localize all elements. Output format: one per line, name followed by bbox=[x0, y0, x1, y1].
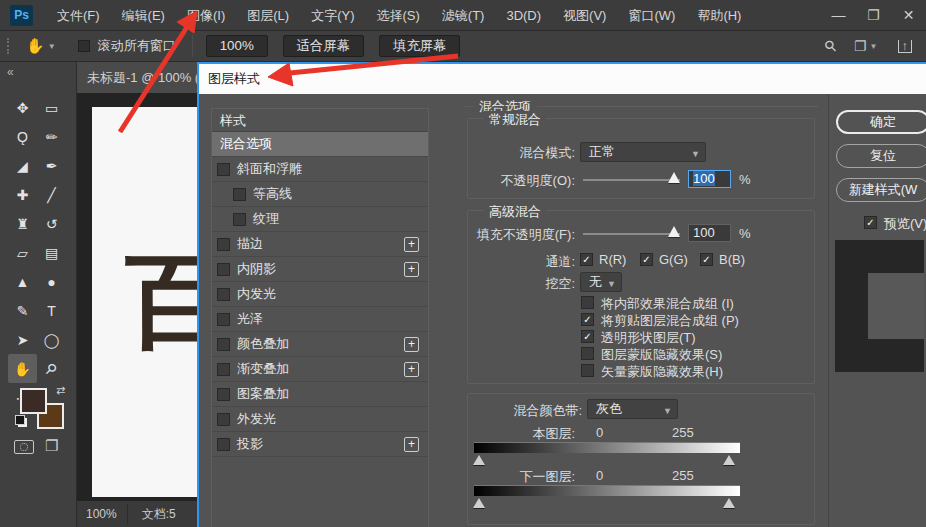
style-item-texture[interactable]: 纹理 bbox=[212, 207, 428, 232]
eraser-tool[interactable]: ▱ bbox=[8, 238, 37, 267]
style-checkbox[interactable] bbox=[217, 438, 230, 451]
workspace-icon[interactable]: ❐ bbox=[854, 38, 867, 54]
marquee-tool[interactable]: ▭ bbox=[37, 93, 66, 122]
style-checkbox[interactable] bbox=[217, 338, 230, 351]
add-effect-icon[interactable]: + bbox=[404, 437, 419, 452]
next-layer-gradient[interactable] bbox=[474, 485, 740, 496]
dodge-tool[interactable]: ● bbox=[37, 267, 66, 296]
style-item-outer-glow[interactable]: 外发光 bbox=[212, 407, 428, 432]
ok-button[interactable]: 确定 bbox=[836, 110, 926, 134]
opacity-field[interactable]: 100 bbox=[688, 170, 731, 188]
zoom-tool[interactable]: ⚲ bbox=[31, 348, 72, 389]
document-tab[interactable]: 未标题-1 @ 100% ( bbox=[77, 62, 197, 93]
opacity-slider[interactable] bbox=[583, 179, 680, 181]
chevron-down-icon[interactable]: ▼ bbox=[48, 42, 56, 51]
default-colors-icon[interactable] bbox=[18, 418, 27, 427]
menu-filter[interactable]: 滤镜(T) bbox=[431, 0, 496, 31]
menu-edit[interactable]: 编辑(E) bbox=[111, 0, 176, 31]
vector-mask-hides-checkbox[interactable] bbox=[581, 364, 594, 377]
style-checkbox[interactable] bbox=[217, 313, 230, 326]
style-checkbox[interactable] bbox=[217, 238, 230, 251]
transparency-shapes-checkbox[interactable]: ✓ bbox=[581, 330, 594, 343]
style-item-satin[interactable]: 光泽 bbox=[212, 307, 428, 332]
this-layer-black-thumb[interactable] bbox=[473, 455, 485, 465]
style-item-bevel-emboss[interactable]: 斜面和浮雕 bbox=[212, 157, 428, 182]
style-checkbox[interactable] bbox=[233, 213, 246, 226]
foreground-color-swatch[interactable] bbox=[20, 388, 47, 414]
workspace-chevron-icon[interactable]: ▼ bbox=[870, 42, 878, 51]
menu-3d[interactable]: 3D(D) bbox=[495, 0, 552, 31]
channel-r-checkbox[interactable]: ✓ bbox=[580, 253, 593, 266]
style-checkbox[interactable] bbox=[217, 363, 230, 376]
menu-image[interactable]: 图像(I) bbox=[176, 0, 236, 31]
this-layer-white-thumb[interactable] bbox=[723, 455, 735, 465]
channel-g-checkbox[interactable]: ✓ bbox=[640, 253, 653, 266]
minimize-icon[interactable]: — bbox=[821, 0, 856, 31]
quick-select-tool[interactable]: ✏ bbox=[37, 122, 66, 151]
path-select-tool[interactable]: ➤ bbox=[8, 325, 37, 354]
scroll-all-windows-checkbox[interactable] bbox=[78, 40, 90, 52]
menu-type[interactable]: 文字(Y) bbox=[300, 0, 365, 31]
menu-window[interactable]: 窗口(W) bbox=[617, 0, 686, 31]
add-effect-icon[interactable]: + bbox=[404, 262, 419, 277]
search-icon[interactable]: ⚲ bbox=[820, 36, 841, 57]
canvas[interactable]: 百 bbox=[92, 107, 197, 497]
close-icon[interactable]: ✕ bbox=[891, 0, 926, 31]
fill-opacity-field[interactable]: 100 bbox=[688, 224, 731, 242]
share-icon[interactable]: ↑ bbox=[898, 40, 913, 53]
menu-file[interactable]: 文件(F) bbox=[46, 0, 111, 31]
crop-tool[interactable]: ◢ bbox=[8, 151, 37, 180]
opacity-slider-thumb[interactable] bbox=[668, 172, 680, 183]
dialog-title[interactable]: 图层样式 bbox=[199, 64, 926, 94]
this-layer-gradient[interactable] bbox=[474, 442, 740, 453]
next-layer-white-thumb[interactable] bbox=[723, 498, 735, 508]
fill-opacity-slider[interactable] bbox=[583, 233, 680, 235]
pen-tool[interactable]: ✎ bbox=[8, 296, 37, 325]
knockout-select[interactable]: 无 ▼ bbox=[580, 272, 622, 292]
menu-view[interactable]: 视图(V) bbox=[552, 0, 617, 31]
screen-mode-icon[interactable]: ❐ bbox=[45, 437, 58, 455]
menu-select[interactable]: 选择(S) bbox=[365, 0, 430, 31]
blend-clipped-checkbox[interactable]: ✓ bbox=[581, 313, 594, 326]
preview-checkbox[interactable]: ✓ bbox=[864, 216, 877, 229]
zoom-100-button[interactable]: 100% bbox=[206, 35, 268, 57]
style-checkbox[interactable] bbox=[233, 188, 246, 201]
eyedropper-tool[interactable]: ✒ bbox=[37, 151, 66, 180]
style-item-color-overlay[interactable]: 颜色叠加 + bbox=[212, 332, 428, 357]
brush-tool[interactable]: ╱ bbox=[37, 180, 66, 209]
style-item-drop-shadow[interactable]: 投影 + bbox=[212, 432, 428, 457]
status-zoom-level[interactable]: 100% bbox=[77, 504, 128, 524]
lasso-tool[interactable]: Ǫ bbox=[8, 122, 37, 151]
menu-layer[interactable]: 图层(L) bbox=[236, 0, 300, 31]
blend-mode-select[interactable]: 正常 ▼ bbox=[580, 142, 706, 162]
channel-b-checkbox[interactable]: ✓ bbox=[700, 253, 713, 266]
type-tool[interactable]: T bbox=[37, 296, 66, 325]
style-item-pattern-overlay[interactable]: 图案叠加 bbox=[212, 382, 428, 407]
style-checkbox[interactable] bbox=[217, 413, 230, 426]
new-style-button[interactable]: 新建样式(W bbox=[836, 178, 926, 202]
style-item-contour[interactable]: 等高线 bbox=[212, 182, 428, 207]
blend-if-select[interactable]: 灰色 ▼ bbox=[587, 399, 678, 419]
menu-help[interactable]: 帮助(H) bbox=[686, 0, 752, 31]
style-checkbox[interactable] bbox=[217, 263, 230, 276]
style-item-gradient-overlay[interactable]: 渐变叠加 + bbox=[212, 357, 428, 382]
style-item-inner-glow[interactable]: 内发光 bbox=[212, 282, 428, 307]
add-effect-icon[interactable]: + bbox=[404, 237, 419, 252]
history-brush-tool[interactable]: ↺ bbox=[37, 209, 66, 238]
fill-opacity-slider-thumb[interactable] bbox=[668, 226, 680, 237]
healing-brush-tool[interactable]: ✚ bbox=[8, 180, 37, 209]
add-effect-icon[interactable]: + bbox=[404, 337, 419, 352]
style-checkbox[interactable] bbox=[217, 163, 230, 176]
style-item-blending-options[interactable]: 混合选项 bbox=[212, 132, 428, 157]
layer-mask-hides-checkbox[interactable] bbox=[581, 347, 594, 360]
style-checkbox[interactable] bbox=[217, 288, 230, 301]
add-effect-icon[interactable]: + bbox=[404, 362, 419, 377]
fit-screen-button[interactable]: 适合屏幕 bbox=[283, 35, 364, 57]
quick-mask-icon[interactable] bbox=[14, 440, 34, 454]
clone-stamp-tool[interactable]: ♜ bbox=[8, 209, 37, 238]
fill-screen-button[interactable]: 填充屏幕 bbox=[379, 35, 460, 57]
reset-button[interactable]: 复位 bbox=[836, 144, 926, 168]
style-checkbox[interactable] bbox=[217, 388, 230, 401]
blend-interior-checkbox[interactable] bbox=[581, 296, 594, 309]
sharpen-tool[interactable]: ▲ bbox=[8, 267, 37, 296]
